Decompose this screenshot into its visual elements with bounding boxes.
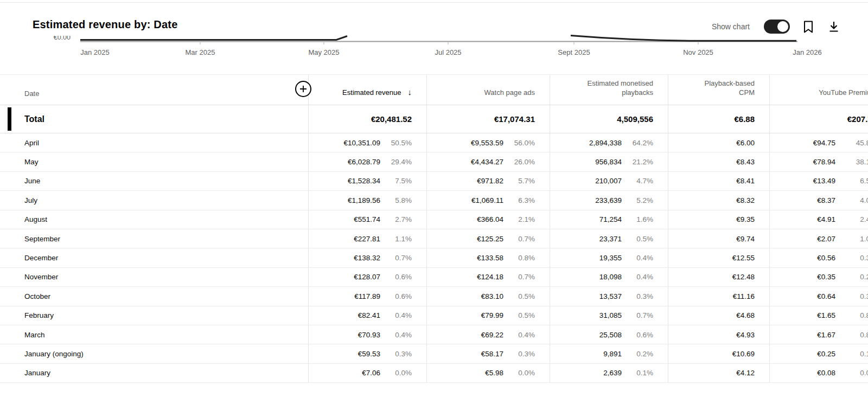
x-axis-label: Jul 2025 <box>435 48 461 56</box>
cell-percentage: 0.6% <box>622 331 653 339</box>
column-header-date[interactable]: Date <box>0 75 308 105</box>
row-youtube-premium: €13.496.5% <box>769 172 868 190</box>
row-monetised-playbacks: 31,0850.7% <box>550 306 668 325</box>
row-date: December <box>0 248 308 267</box>
cell-percentage: 0.0% <box>503 369 535 377</box>
row-monetised-playbacks: 23,3710.5% <box>550 229 668 248</box>
row-watch-page-ads: €58.170.3% <box>426 344 550 363</box>
cell-percentage: 0.8% <box>835 311 868 319</box>
row-date: November <box>0 268 308 286</box>
cell-percentage: 0.7% <box>503 273 535 281</box>
cell-value: €12.55 <box>668 254 755 262</box>
table-row[interactable]: April€10,351.0950.5%€9,553.5956.0%2,894,… <box>0 133 868 152</box>
cell-value: €8.41 <box>668 177 755 185</box>
column-header-watch-page-ads[interactable]: Watch page ads <box>426 75 550 105</box>
table-row[interactable]: September€227.811.1%€125.250.7%23,3710.5… <box>0 229 868 248</box>
row-playback-cpm: €9.35 <box>668 210 769 229</box>
show-chart-label: Show chart <box>712 22 750 31</box>
row-date: April <box>0 133 308 152</box>
top-divider <box>0 2 868 3</box>
row-playback-cpm: €8.32 <box>668 191 769 209</box>
cell-value: 2,639 <box>550 369 622 377</box>
cell-percentage: 0.8% <box>835 331 868 339</box>
table-row[interactable]: November€128.070.6%€124.180.7%18,0980.4%… <box>0 268 868 287</box>
download-icon <box>828 21 840 33</box>
table-row[interactable]: December€138.320.7%€133.580.8%19,3550.4%… <box>0 248 868 267</box>
cell-value: €4.91 <box>770 215 835 223</box>
header-controls: Show chart <box>712 20 840 34</box>
cell-value: €0.56 <box>770 254 835 262</box>
cell-value: €58.17 <box>427 350 503 358</box>
table-row[interactable]: January€7.060.0%€5.980.0%2,6390.1%€4.12€… <box>0 364 868 383</box>
chart-series-line-right <box>571 36 796 41</box>
cell-percentage: 64.2% <box>622 139 653 147</box>
cell-percentage: 4.0% <box>835 196 868 204</box>
cell-value: €124.18 <box>427 273 503 281</box>
column-header-playback-cpm[interactable]: Playback-based CPM <box>668 75 769 105</box>
total-watch-page-ads: €17,074.31 <box>426 105 550 133</box>
cell-percentage: 2.7% <box>380 215 412 223</box>
cell-value: €82.41 <box>309 311 380 319</box>
table-row[interactable]: July€1,189.565.8%€1,069.116.3%233,6395.2… <box>0 191 868 210</box>
cell-value: €6,028.79 <box>309 158 380 166</box>
cell-percentage: 0.7% <box>380 254 412 262</box>
row-estimated-revenue: €138.320.7% <box>308 248 426 267</box>
column-header-estimated-revenue[interactable]: Estimated revenue ↓ <box>308 75 426 105</box>
row-watch-page-ads: €125.250.7% <box>426 229 550 248</box>
row-playback-cpm: €6.00 <box>668 133 769 152</box>
table-row[interactable]: January (ongoing)€59.530.3%€58.170.3%9,8… <box>0 344 868 363</box>
row-youtube-premium: €0.350.2% <box>769 268 868 286</box>
cell-percentage: 38.1% <box>835 158 868 166</box>
row-monetised-playbacks: 9,8910.2% <box>550 344 668 363</box>
cell-value: €971.82 <box>427 177 503 185</box>
cell-percentage: 1.0% <box>835 235 868 243</box>
row-date: January (ongoing) <box>0 344 308 363</box>
cell-percentage: 56.0% <box>503 139 535 147</box>
row-estimated-revenue: €10,351.0950.5% <box>308 133 426 152</box>
x-axis-label: Nov 2025 <box>683 48 713 56</box>
cell-percentage: 0.4% <box>622 254 653 262</box>
table-row[interactable]: August€551.742.7%€366.042.1%71,2541.6%€9… <box>0 210 868 229</box>
cell-percentage: 1.6% <box>622 215 653 223</box>
row-youtube-premium: €4.912.4% <box>769 210 868 229</box>
column-header-youtube-premium[interactable]: YouTube Premium <box>769 75 868 105</box>
column-header-monetised-playbacks[interactable]: Estimated monetised playbacks <box>550 75 668 105</box>
total-row-indicator-bar <box>8 107 11 131</box>
row-date: September <box>0 229 308 248</box>
cell-value: €0.08 <box>770 369 835 377</box>
cell-percentage: 0.4% <box>622 273 653 281</box>
table-row[interactable]: May€6,028.7929.4%€4,434.2726.0%956,83421… <box>0 152 868 171</box>
row-playback-cpm: €9.74 <box>668 229 769 248</box>
row-estimated-revenue: €70.930.4% <box>308 325 426 344</box>
add-metric-button[interactable] <box>295 81 311 97</box>
table-row[interactable]: February€82.410.4%€79.990.5%31,0850.7%€4… <box>0 306 868 325</box>
cell-value: €551.74 <box>309 215 380 223</box>
table-row[interactable]: March€70.930.4%€69.220.4%25,5080.6%€4.93… <box>0 325 868 344</box>
row-watch-page-ads: €9,553.5956.0% <box>426 133 550 152</box>
download-button[interactable] <box>828 21 840 33</box>
table-row[interactable]: June€1,528.347.5%€971.825.7%210,0074.7%€… <box>0 172 868 191</box>
save-report-button[interactable] <box>803 20 814 34</box>
total-label: Total <box>0 105 308 133</box>
cell-percentage: 0.7% <box>503 235 535 243</box>
cell-percentage: 0.0% <box>835 369 868 377</box>
cell-value: €8.32 <box>668 196 755 204</box>
cell-percentage: 0.5% <box>622 235 653 243</box>
cell-value: €8.43 <box>668 158 755 166</box>
row-estimated-revenue: €6,028.7929.4% <box>308 152 426 171</box>
cell-value: €1,528.34 <box>309 177 380 185</box>
table-row[interactable]: October€117.890.6%€83.100.5%13,5370.3%€1… <box>0 287 868 306</box>
total-monetised-playbacks: 4,509,556 <box>550 105 668 133</box>
row-estimated-revenue: €1,528.347.5% <box>308 172 426 190</box>
cell-value: 31,085 <box>550 311 622 319</box>
revenue-chart: €0.00 Jan 2025 Mar 2025 May 2025 Jul 202… <box>0 33 868 61</box>
row-youtube-premium: €2.071.0% <box>769 229 868 248</box>
show-chart-toggle[interactable] <box>764 20 789 34</box>
cell-value: €69.22 <box>427 331 503 339</box>
cell-percentage: 50.5% <box>380 139 412 147</box>
cell-value: 23,371 <box>550 235 622 243</box>
cell-value: 956,834 <box>550 158 622 166</box>
chart-line-area <box>0 33 868 61</box>
cell-percentage: 1.1% <box>380 235 412 243</box>
cell-percentage: 0.0% <box>380 369 412 377</box>
